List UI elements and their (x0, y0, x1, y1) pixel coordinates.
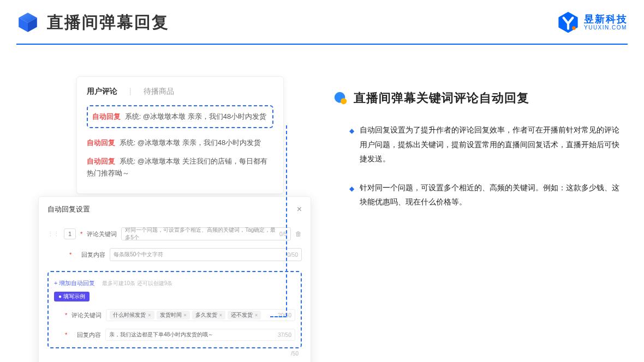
label-reply: 回复内容 (76, 251, 105, 259)
settings-panel: 自动回复设置 × ⋮⋮ 1 * 评论关键词 对同一个问题，可设置多个相近、高频的… (38, 196, 311, 362)
auto-reply-tag: 自动回复 (87, 138, 115, 147)
header-left: 直播间弹幕回复 (16, 11, 169, 34)
auto-reply-tag: 自动回复 (87, 157, 115, 165)
header-divider (16, 44, 628, 45)
comment-row: 自动回复 系统: @冰墩墩本墩 亲亲，我们48小时内发货 (87, 134, 273, 152)
settings-title-row: 自动回复设置 × (47, 204, 302, 220)
bullet-text: 针对同一个问题，可设置多个相近的、高频的关键词。例如：这款多少钱、这块能优惠吗、… (360, 180, 622, 209)
keyword-chip[interactable]: 什么时候发货× (110, 311, 154, 319)
svg-point-6 (341, 98, 347, 104)
required-marker: * (65, 331, 67, 338)
label-keyword: 评论关键词 (87, 230, 117, 238)
row-reply: * 回复内容 每条限50个中文字符 0/50 (47, 248, 302, 261)
chip-remove-icon[interactable]: × (219, 312, 222, 318)
chat-bubble-icon (333, 90, 348, 106)
settings-title: 自动回复设置 (47, 204, 90, 214)
auto-reply-tag: 自动回复 (92, 112, 121, 120)
chip-remove-icon[interactable]: × (184, 312, 187, 318)
required-marker: * (69, 251, 71, 258)
comment-text: 系统: @冰墩墩本墩 亲亲，我们48小时内发货 (125, 112, 267, 120)
close-icon[interactable]: × (297, 204, 302, 214)
add-auto-reply-link[interactable]: + 增加自动回复 (54, 280, 95, 286)
delete-icon[interactable]: 🗑 (295, 230, 302, 238)
example-box: + 增加自动回复 最多可建10条 还可以创建9条 ● 填写示例 * 评论关键词 … (47, 271, 302, 348)
bullet-dot-icon: ◆ (349, 123, 354, 166)
brand-logo-icon (557, 11, 580, 34)
comment-text: 系统: @冰墩墩本墩 亲亲，我们48小时内发货 (120, 138, 261, 147)
tab-user-comments[interactable]: 用户评论 (87, 87, 117, 96)
keyword-chip[interactable]: 多久发货× (192, 311, 225, 319)
keyword-chip[interactable]: 还不发货× (228, 311, 261, 319)
keyword-chip[interactable]: 发货时间× (157, 311, 190, 319)
required-marker: * (65, 312, 67, 318)
brand-text: 昱新科技 YUUXIN.COM (584, 14, 628, 31)
add-hint: 最多可建10条 还可以创建9条 (102, 280, 172, 286)
keyword-placeholder: 对同一个问题，可设置多个相近、高频的关键词，Tag确定，最多5个 (125, 226, 279, 242)
keyword-input[interactable]: 对同一个问题，可设置多个相近、高频的关键词，Tag确定，最多5个 0/5 (121, 227, 291, 240)
row-keyword: ⋮⋮ 1 * 评论关键词 对同一个问题，可设置多个相近、高频的关键词，Tag确定… (47, 227, 302, 240)
bullet-item: ◆ 自动回复设置为了提升作者的评论回复效率，作者可在开播前针对常见的评论用户问题… (333, 123, 622, 166)
cube-icon (16, 11, 39, 34)
brand-name-en: YUUXIN.COM (584, 25, 628, 31)
index-box: 1 (64, 228, 76, 239)
example-keyword-row: * 评论关键词 什么时候发货× 发货时间× 多久发货× 还不发货× 20/50 (54, 309, 295, 321)
reply-count: 0/50 (288, 252, 298, 258)
ex-reply-input: 亲，我们这边都是下单48小时内发货的哦～ 37/50 (105, 329, 295, 341)
tab-pending-products[interactable]: 待播商品 (144, 87, 174, 96)
ex-label-reply: 回复内容 (71, 331, 101, 339)
brand-block: 昱新科技 YUUXIN.COM (557, 11, 628, 34)
bullet-dot-icon: ◆ (349, 180, 354, 209)
required-marker: * (80, 231, 82, 237)
ex-keyword-input: 什么时候发货× 发货时间× 多久发货× 还不发货× 20/50 (106, 309, 295, 321)
chip-remove-icon[interactable]: × (255, 312, 258, 318)
header: 直播间弹幕回复 昱新科技 YUUXIN.COM (16, 11, 628, 34)
tabs: 用户评论 | 待播商品 (87, 87, 273, 103)
add-row: + 增加自动回复 最多可建10条 还可以创建9条 (54, 277, 295, 287)
example-reply-row: * 回复内容 亲，我们这边都是下单48小时内发货的哦～ 37/50 (54, 329, 295, 341)
bullet-item: ◆ 针对同一个问题，可设置多个相近的、高频的关键词。例如：这款多少钱、这块能优惠… (333, 180, 622, 209)
page-title: 直播间弹幕回复 (47, 11, 169, 34)
right-column: 直播间弹幕关键词评论自动回复 ◆ 自动回复设置为了提升作者的评论回复效率，作者可… (333, 90, 622, 224)
ex-reply-value: 亲，我们这边都是下单48小时内发货的哦～ (109, 331, 213, 339)
reply-input[interactable]: 每条限50个中文字符 0/50 (110, 248, 302, 261)
comments-panel: 用户评论 | 待播商品 自动回复 系统: @冰墩墩本墩 亲亲，我们48小时内发货… (76, 76, 284, 194)
example-badge: ● 填写示例 (54, 292, 90, 301)
ex-reply-count: 37/50 (278, 332, 291, 338)
drag-handle-icon[interactable]: ⋮⋮ (47, 231, 59, 238)
connector-line (286, 125, 287, 316)
footer-count: /50 (47, 348, 302, 357)
comment-highlighted: 自动回复 系统: @冰墩墩本墩 亲亲，我们48小时内发货 (87, 105, 273, 128)
svg-point-4 (572, 26, 576, 30)
reply-placeholder: 每条限50个中文字符 (114, 251, 163, 258)
left-column: 用户评论 | 待播商品 自动回复 系统: @冰墩墩本墩 亲亲，我们48小时内发货… (38, 76, 317, 194)
tab-separator: | (129, 87, 132, 96)
connector-line (270, 316, 287, 317)
brand-name-cn: 昱新科技 (584, 14, 628, 25)
chip-remove-icon[interactable]: × (148, 312, 151, 318)
bullet-text: 自动回复设置为了提升作者的评论回复效率，作者可在开播前针对常见的评论用户问题，提… (360, 123, 622, 166)
section-heading: 直播间弹幕关键词评论自动回复 (354, 90, 529, 106)
ex-label-keyword: 评论关键词 (71, 311, 102, 319)
section-heading-row: 直播间弹幕关键词评论自动回复 (333, 90, 622, 106)
comment-row: 自动回复 系统: @冰墩墩本墩 关注我们的店铺，每日都有热门推荐呦～ (87, 152, 273, 183)
